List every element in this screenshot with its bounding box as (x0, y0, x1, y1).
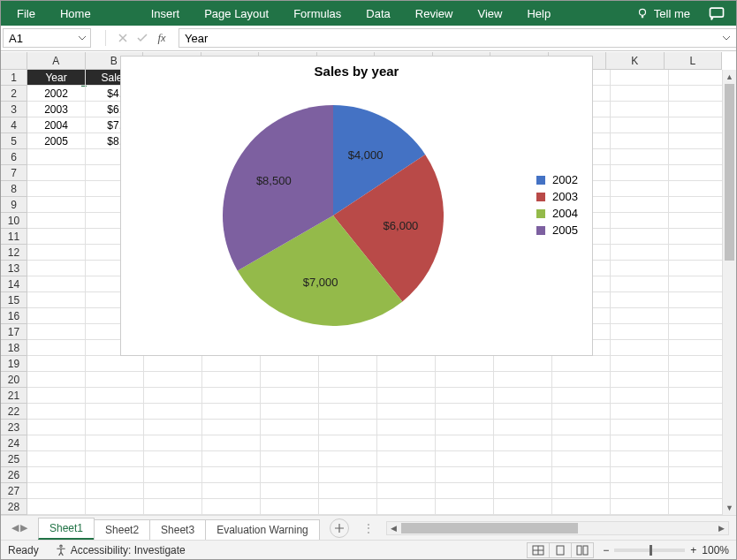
cell[interactable] (27, 292, 86, 308)
cell[interactable] (27, 467, 86, 483)
cell[interactable] (27, 261, 86, 276)
row-header[interactable]: 13 (1, 261, 27, 276)
cell[interactable] (611, 102, 669, 117)
cell[interactable] (611, 404, 669, 420)
column-header[interactable]: L (665, 52, 723, 69)
cell[interactable] (611, 70, 669, 86)
cell[interactable] (611, 181, 669, 197)
insert-function-button[interactable]: fx (154, 31, 170, 45)
cell[interactable] (494, 372, 552, 388)
cell[interactable] (669, 165, 727, 181)
cell[interactable] (494, 435, 552, 451)
scroll-up-icon[interactable]: ▲ (723, 70, 736, 84)
cell[interactable] (377, 467, 436, 483)
cell[interactable] (27, 165, 86, 181)
ribbon-tab-insert[interactable]: Insert (139, 1, 193, 26)
scrollbar-thumb[interactable] (725, 84, 734, 261)
sheet-tab[interactable]: Sheet2 (94, 519, 150, 540)
ribbon-tab-view[interactable]: View (465, 1, 514, 26)
cell[interactable] (144, 420, 202, 435)
cell[interactable] (611, 245, 669, 261)
cell[interactable] (377, 388, 436, 404)
cell[interactable] (611, 213, 669, 229)
cell[interactable] (552, 483, 611, 499)
sheet-tab[interactable]: Sheet1 (38, 518, 95, 540)
page-layout-view-button[interactable] (549, 542, 572, 558)
cell[interactable] (611, 292, 669, 308)
cell[interactable] (27, 483, 86, 499)
zoom-slider[interactable] (614, 549, 685, 552)
row-header[interactable]: 23 (1, 420, 27, 435)
cell[interactable] (202, 404, 261, 420)
cell[interactable] (202, 467, 261, 483)
cell[interactable] (669, 292, 727, 308)
cell[interactable] (86, 435, 144, 451)
cell[interactable] (202, 356, 261, 372)
ribbon-tab-review[interactable]: Review (403, 1, 466, 26)
cell[interactable] (669, 102, 727, 117)
comments-icon[interactable] (708, 4, 726, 22)
sheet-tab[interactable]: Evaluation Warning (205, 519, 320, 540)
cell[interactable] (202, 388, 261, 404)
cell[interactable] (86, 451, 144, 467)
cell[interactable] (319, 372, 377, 388)
row-header[interactable]: 4 (1, 117, 27, 133)
cell[interactable] (611, 229, 669, 245)
cell[interactable] (669, 356, 727, 372)
cell[interactable] (27, 388, 86, 404)
cell[interactable] (377, 372, 436, 388)
cell[interactable] (261, 451, 319, 467)
row-header[interactable]: 15 (1, 292, 27, 308)
row-header[interactable]: 20 (1, 372, 27, 388)
cell[interactable] (319, 483, 377, 499)
cell[interactable] (27, 324, 86, 340)
prev-sheet-button[interactable]: ◀ (11, 522, 19, 534)
spreadsheet-grid[interactable]: ABCDEFGHIJKL 123456789101112131415161718… (1, 52, 736, 515)
cell[interactable] (261, 467, 319, 483)
row-header[interactable]: 1 (1, 70, 27, 86)
cell[interactable] (27, 149, 86, 165)
cell[interactable] (611, 261, 669, 276)
cell[interactable] (86, 499, 144, 515)
cell[interactable] (27, 420, 86, 435)
cell[interactable] (669, 261, 727, 276)
cell[interactable] (144, 467, 202, 483)
cell[interactable] (552, 356, 611, 372)
cell[interactable] (611, 467, 669, 483)
cell[interactable] (144, 483, 202, 499)
cell[interactable] (27, 499, 86, 515)
data-cell[interactable]: 2002 (27, 86, 86, 102)
cell[interactable] (611, 340, 669, 356)
cell[interactable] (27, 435, 86, 451)
cell[interactable] (669, 483, 727, 499)
tabs-overflow-icon[interactable]: ⋮ (363, 522, 376, 534)
cell[interactable] (552, 404, 611, 420)
cell[interactable] (86, 467, 144, 483)
cell[interactable] (611, 86, 669, 102)
cell[interactable] (377, 499, 436, 515)
cell[interactable] (27, 340, 86, 356)
cell[interactable] (261, 356, 319, 372)
cell[interactable] (202, 435, 261, 451)
horizontal-scrollbar[interactable]: ◀ ▶ (386, 521, 729, 535)
pie-chart[interactable]: Sales by year 2002200320042005 $4,000$6,… (120, 56, 593, 356)
cell[interactable] (611, 149, 669, 165)
vertical-scrollbar[interactable]: ▲ ▼ (722, 70, 736, 515)
cell[interactable] (611, 165, 669, 181)
data-cell[interactable]: 2005 (27, 133, 86, 149)
cell[interactable] (27, 197, 86, 213)
cell[interactable] (611, 133, 669, 149)
row-header[interactable]: 11 (1, 229, 27, 245)
cell[interactable] (377, 435, 436, 451)
add-sheet-button[interactable] (330, 518, 349, 538)
data-cell[interactable]: 2004 (27, 117, 86, 133)
cell[interactable] (669, 229, 727, 245)
cell[interactable] (377, 483, 436, 499)
cell[interactable] (669, 86, 727, 102)
cell[interactable] (669, 388, 727, 404)
row-header[interactable]: 19 (1, 356, 27, 372)
row-headers[interactable]: 1234567891011121314151617181920212223242… (1, 70, 27, 515)
cell[interactable] (261, 483, 319, 499)
cell[interactable] (552, 420, 611, 435)
cell[interactable] (669, 133, 727, 149)
